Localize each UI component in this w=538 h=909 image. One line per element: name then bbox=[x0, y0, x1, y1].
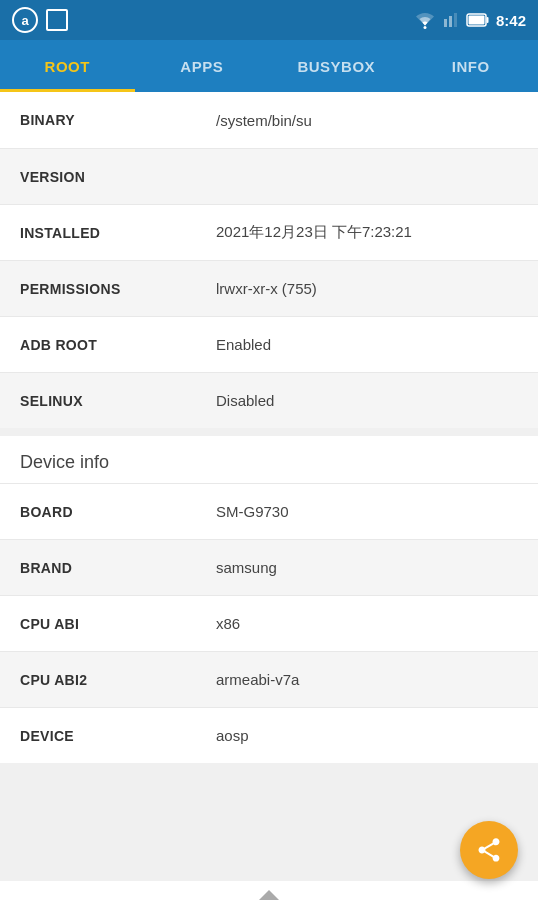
row-cpu-abi: CPU ABI x86 bbox=[0, 595, 538, 651]
svg-rect-7 bbox=[486, 17, 488, 23]
label-version: VERSION bbox=[0, 155, 200, 199]
wifi-icon bbox=[414, 11, 436, 29]
label-cpu-abi2: CPU ABI2 bbox=[0, 658, 200, 702]
tab-busybox[interactable]: BUSYBOX bbox=[269, 40, 404, 92]
label-device: DEVICE bbox=[0, 714, 200, 758]
value-device: aosp bbox=[200, 713, 538, 758]
row-adb-root: ADB ROOT Enabled bbox=[0, 316, 538, 372]
row-version: VERSION bbox=[0, 148, 538, 204]
label-installed: INSTALLED bbox=[0, 211, 200, 255]
svg-rect-3 bbox=[444, 19, 447, 27]
share-fab[interactable] bbox=[460, 821, 518, 879]
row-binary: BINARY /system/bin/su bbox=[0, 92, 538, 148]
label-selinux: SELINUX bbox=[0, 379, 200, 423]
label-brand: BRAND bbox=[0, 546, 200, 590]
value-cpu-abi: x86 bbox=[200, 601, 538, 646]
label-permissions: PERMISSIONS bbox=[0, 267, 200, 311]
svg-rect-8 bbox=[468, 16, 484, 25]
value-binary: /system/bin/su bbox=[200, 98, 538, 143]
value-cpu-abi2: armeabi-v7a bbox=[200, 657, 538, 702]
value-permissions: lrwxr-xr-x (755) bbox=[200, 266, 538, 311]
row-permissions: PERMISSIONS lrwxr-xr-x (755) bbox=[0, 260, 538, 316]
root-info-card: BINARY /system/bin/su VERSION INSTALLED … bbox=[0, 92, 538, 428]
device-info-card: Device info BOARD SM-G9730 BRAND samsung… bbox=[0, 436, 538, 763]
svg-rect-5 bbox=[454, 13, 457, 27]
row-installed: INSTALLED 2021年12月23日 下午7:23:21 bbox=[0, 204, 538, 260]
value-installed: 2021年12月23日 下午7:23:21 bbox=[200, 209, 538, 256]
tab-root[interactable]: ROOT bbox=[0, 40, 135, 92]
row-cpu-abi2: CPU ABI2 armeabi-v7a bbox=[0, 651, 538, 707]
status-bar: a 8:42 bbox=[0, 0, 538, 40]
tab-info[interactable]: INFO bbox=[404, 40, 539, 92]
svg-rect-4 bbox=[449, 16, 452, 27]
tab-apps[interactable]: APPS bbox=[135, 40, 270, 92]
content-area: BINARY /system/bin/su VERSION INSTALLED … bbox=[0, 92, 538, 909]
device-info-title: Device info bbox=[0, 436, 538, 483]
bottom-peek[interactable] bbox=[0, 881, 538, 909]
share-icon bbox=[475, 836, 503, 864]
nav-tabs: ROOT APPS BUSYBOX INFO bbox=[0, 40, 538, 92]
window-icon bbox=[46, 9, 68, 31]
signal-icon bbox=[442, 11, 460, 29]
label-board: BOARD bbox=[0, 490, 200, 534]
time-display: 8:42 bbox=[496, 12, 526, 29]
row-selinux: SELINUX Disabled bbox=[0, 372, 538, 428]
label-binary: BINARY bbox=[0, 98, 200, 142]
value-brand: samsung bbox=[200, 545, 538, 590]
value-version bbox=[200, 163, 538, 191]
label-cpu-abi: CPU ABI bbox=[0, 602, 200, 646]
status-bar-left: a bbox=[12, 7, 68, 33]
status-bar-right: 8:42 bbox=[414, 11, 526, 29]
row-brand: BRAND samsung bbox=[0, 539, 538, 595]
app-icon: a bbox=[12, 7, 38, 33]
value-adb-root: Enabled bbox=[200, 322, 538, 367]
row-device: DEVICE aosp bbox=[0, 707, 538, 763]
battery-icon bbox=[466, 12, 490, 28]
svg-point-2 bbox=[423, 26, 426, 29]
svg-text:a: a bbox=[21, 13, 29, 28]
row-board: BOARD SM-G9730 bbox=[0, 483, 538, 539]
value-board: SM-G9730 bbox=[200, 489, 538, 534]
chevron-up-icon bbox=[259, 890, 279, 900]
label-adb-root: ADB ROOT bbox=[0, 323, 200, 367]
value-selinux: Disabled bbox=[200, 378, 538, 423]
